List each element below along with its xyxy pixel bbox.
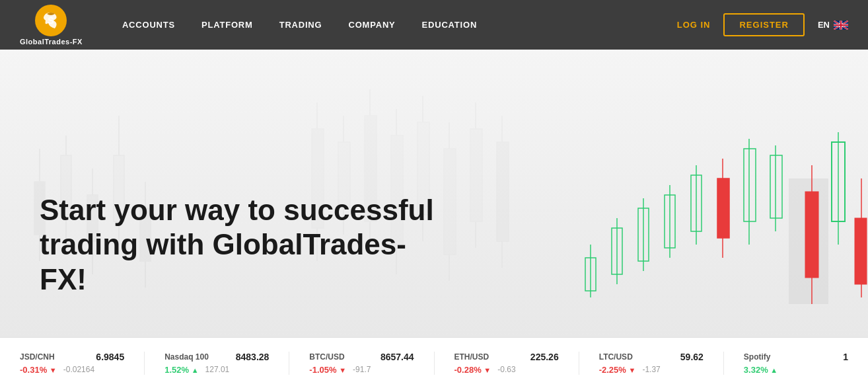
ticker-pct-3: -0.28% ▼ <box>454 365 491 375</box>
hero-chart-candles <box>571 126 868 311</box>
flag-icon <box>834 20 848 30</box>
ticker-change-2: -91.7 <box>353 365 371 374</box>
ticker-name-2: BTC/USD <box>309 352 344 362</box>
ticker-price-5: 1 <box>843 352 848 362</box>
ticker-pct-2: -1.05% ▼ <box>309 365 346 375</box>
ticker-name-4: LTC/USD <box>599 352 633 362</box>
ticker-item-eth: ETH/USD 225.26 -0.28% ▼ -0.63 <box>435 352 579 375</box>
login-button[interactable]: LOG IN <box>677 20 711 30</box>
lang-label: EN <box>818 20 830 30</box>
nav-trading[interactable]: TRADING <box>279 20 322 30</box>
ticker-item-nasdaq: Nasdaq 100 8483.28 1.52% ▲ 127.01 <box>145 352 289 375</box>
ticker-pct-0: -0.31% ▼ <box>20 365 57 375</box>
register-button[interactable]: REGISTER <box>723 13 804 36</box>
ticker-bar: JSD/CNH 6.9845 -0.31% ▼ -0.02164 Nasdaq … <box>0 337 868 388</box>
svg-rect-44 <box>770 155 782 218</box>
ticker-price-3: 225.26 <box>530 352 559 362</box>
ticker-name-3: ETH/USD <box>454 352 489 362</box>
hero-text: Start your way to successful trading wit… <box>40 193 436 297</box>
arrow-up-icon-1: ▲ <box>192 366 199 374</box>
ticker-name-0: JSD/CNH <box>20 352 55 362</box>
arrow-down-icon-2: ▼ <box>339 366 346 374</box>
ticker-name-5: Spotify <box>744 352 771 362</box>
svg-rect-24 <box>444 149 456 254</box>
arrow-down-icon-0: ▼ <box>50 366 57 374</box>
nav-education[interactable]: EDUCATION <box>422 20 478 30</box>
ticker-name-1: Nasdaq 100 <box>164 352 209 362</box>
arrow-up-icon-5: ▲ <box>770 366 778 374</box>
hero-section: Start your way to successful trading wit… <box>0 50 868 337</box>
svg-rect-28 <box>497 142 509 241</box>
ticker-item-btc: BTC/USD 8657.44 -1.05% ▼ -91.7 <box>289 352 434 375</box>
nav-links: ACCOUNTS PLATFORM TRADING COMPANY EDUCAT… <box>122 20 677 30</box>
svg-text:S: S <box>48 15 54 26</box>
ticker-price-0: 6.9845 <box>96 352 124 362</box>
ticker-change-1: 127.01 <box>205 365 230 374</box>
svg-rect-47 <box>805 192 818 278</box>
ticker-price-1: 8483.28 <box>236 352 270 362</box>
svg-rect-26 <box>470 129 482 221</box>
ticker-change-0: -0.02164 <box>63 365 94 374</box>
arrow-down-icon-4: ▼ <box>629 366 636 374</box>
ticker-pct-4: -2.25% ▼ <box>599 365 636 375</box>
ticker-price-4: 59.62 <box>680 352 704 362</box>
arrow-down-icon-3: ▼ <box>484 366 491 374</box>
ticker-item-ltc: LTC/USD 59.62 -2.25% ▼ -1.37 <box>579 352 724 375</box>
ticker-change-3: -0.63 <box>497 365 515 374</box>
ticker-pct-5: 3.32% ▲ <box>744 365 778 375</box>
hero-title: Start your way to successful trading wit… <box>40 193 436 297</box>
nav-platform[interactable]: PLATFORM <box>201 20 253 30</box>
logo-text: GlobalTrades-FX <box>20 38 83 46</box>
ticker-item-spotify: Spotify 1 3.32% ▲ <box>724 352 868 375</box>
svg-rect-40 <box>717 178 729 238</box>
language-selector[interactable]: EN <box>818 20 848 30</box>
nav-right: LOG IN REGISTER EN <box>677 13 848 36</box>
ticker-item-jsd-cnh: JSD/CNH 6.9845 -0.31% ▼ -0.02164 <box>0 352 145 375</box>
ticker-price-2: 8657.44 <box>380 352 414 362</box>
svg-rect-42 <box>744 149 756 221</box>
nav-company[interactable]: COMPANY <box>348 20 395 30</box>
svg-rect-51 <box>855 218 867 284</box>
navbar: S GlobalTrades-FX ACCOUNTS PLATFORM TRAD… <box>0 0 868 50</box>
logo[interactable]: S GlobalTrades-FX <box>20 5 83 46</box>
ticker-pct-1: 1.52% ▲ <box>164 365 198 375</box>
nav-accounts[interactable]: ACCOUNTS <box>122 20 175 30</box>
ticker-change-4: -1.37 <box>642 365 660 374</box>
